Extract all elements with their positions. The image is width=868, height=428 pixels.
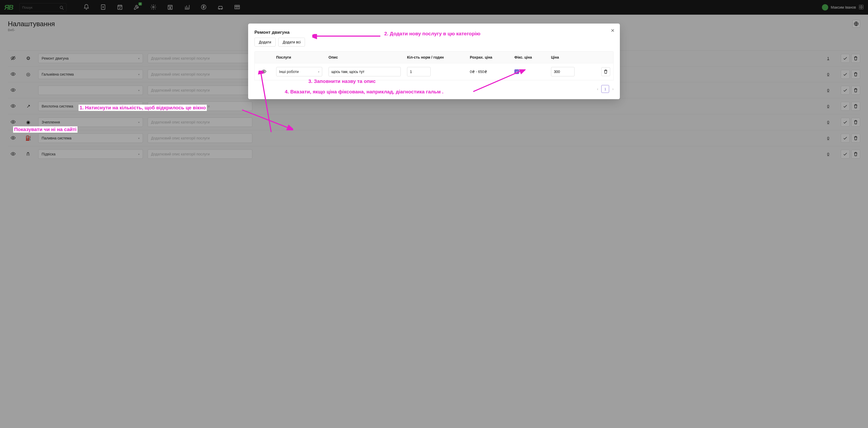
service-select[interactable]: Інші роботи▾ xyxy=(276,67,322,76)
col-services: Послуги xyxy=(273,52,326,63)
fixed-price-checkbox[interactable]: ✓ xyxy=(514,69,519,74)
table-row: Інші роботи▾ 0₴ - 650₴ ✓ xyxy=(254,63,614,80)
col-hours: Кіл-сть норм / годин xyxy=(404,52,467,63)
table-header: Послуги Опис Кіл-сть норм / годин Рохрах… xyxy=(254,51,614,63)
page-number[interactable]: 1 xyxy=(601,85,609,93)
add-all-button[interactable]: Додати всі xyxy=(278,38,305,46)
modal-title: Ремонт двигуна xyxy=(254,30,614,35)
calc-price-value: 0₴ - 650₴ xyxy=(467,66,511,77)
description-input[interactable] xyxy=(329,67,401,76)
page-next[interactable]: › xyxy=(612,87,614,91)
eye-icon[interactable] xyxy=(261,71,267,75)
service-modal: ✕ Ремонт двигуна Додати Додати всі Послу… xyxy=(248,24,620,99)
col-calc-price: Рохрах. ціна xyxy=(467,52,511,63)
chevron-down-icon: ▾ xyxy=(318,70,319,73)
add-button[interactable]: Додати xyxy=(254,38,276,46)
delete-button[interactable] xyxy=(601,67,610,76)
svg-line-26 xyxy=(261,72,271,132)
col-price: Ціна xyxy=(548,52,592,63)
page-prev[interactable]: ‹ xyxy=(597,87,598,91)
col-fixed-price: Фікс. ціна xyxy=(511,52,548,63)
price-input[interactable] xyxy=(551,67,575,76)
pagination: ‹ 1 › xyxy=(254,85,614,93)
close-icon[interactable]: ✕ xyxy=(611,28,615,33)
hours-input[interactable] xyxy=(407,67,431,76)
col-description: Опис xyxy=(326,52,404,63)
modal-overlay: ✕ Ремонт двигуна Додати Додати всі Послу… xyxy=(0,0,868,167)
svg-point-23 xyxy=(264,71,265,72)
